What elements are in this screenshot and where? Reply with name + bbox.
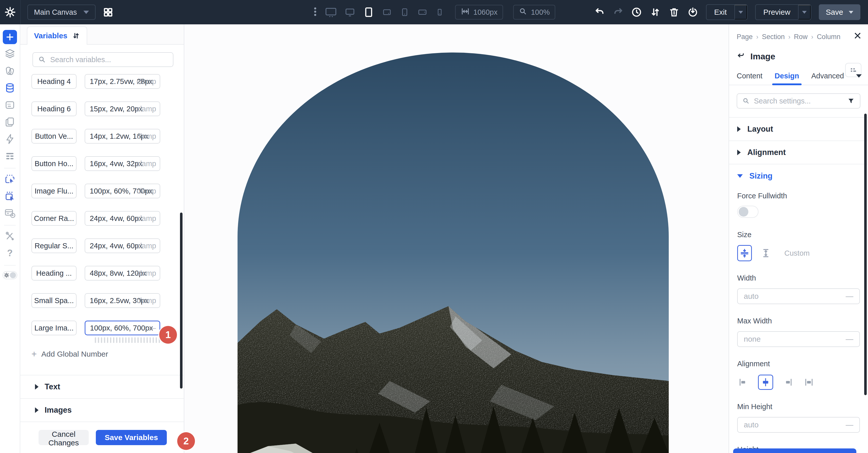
save-button[interactable]: Save — [819, 4, 860, 20]
preview-dropdown-caret[interactable] — [798, 5, 811, 20]
variable-value-field[interactable]: 16px, 4vw, 32pxclamp — [85, 156, 160, 171]
align-center-icon[interactable] — [758, 374, 773, 390]
variable-value-field[interactable]: 48px, 8vw, 120pxclamp — [85, 266, 160, 280]
variable-value-field[interactable]: 14px, 1.2vw, 16pxclamp — [85, 129, 160, 144]
align-stretch-icon[interactable] — [803, 376, 815, 388]
variable-unit-label[interactable]: clamp — [137, 214, 156, 223]
add-block-button[interactable] — [3, 30, 17, 44]
records-icon[interactable] — [3, 206, 17, 220]
breadcrumb-item-row[interactable]: Row — [794, 33, 808, 41]
section-images[interactable]: Images — [20, 399, 184, 422]
close-icon[interactable]: × — [854, 29, 861, 42]
device-phone-small-icon[interactable] — [434, 7, 445, 18]
help-icon[interactable]: ? — [3, 246, 17, 260]
tab-variables[interactable]: Variables — [27, 26, 87, 44]
preview-button[interactable]: Preview — [756, 5, 798, 20]
variables-scrollbar[interactable] — [180, 213, 183, 389]
unit-dash[interactable]: — — [846, 421, 853, 429]
variable-name-field[interactable]: Heading 4 — [31, 74, 76, 89]
inspector-scrollbar[interactable] — [864, 114, 867, 395]
section-text[interactable]: Text — [20, 375, 184, 399]
variable-name-field[interactable]: Small Spa... — [31, 293, 76, 308]
redo-icon[interactable] — [613, 7, 623, 18]
accordion-alignment[interactable]: Alignment — [729, 141, 868, 164]
variable-unit-label[interactable]: clamp — [137, 78, 156, 86]
element-select-icon[interactable] — [3, 189, 17, 203]
size-height-icon[interactable] — [758, 245, 773, 261]
bottom-action-bar[interactable] — [733, 448, 856, 453]
interactions-lightning-icon[interactable] — [3, 132, 17, 146]
undo-icon[interactable] — [594, 7, 605, 18]
builder-mode-toggle[interactable] — [3, 271, 17, 279]
image-block-arch[interactable] — [238, 53, 669, 453]
variable-name-field[interactable]: Heading ... — [31, 266, 76, 280]
pages-copy-icon[interactable] — [3, 115, 17, 129]
trash-icon[interactable] — [669, 7, 680, 18]
variable-value-field[interactable]: 24px, 4vw, 60pxclamp — [85, 238, 160, 253]
add-global-number-button[interactable]: + Add Global Number — [31, 350, 184, 359]
exit-button[interactable]: Exit — [707, 5, 735, 20]
save-variables-button[interactable]: Save Variables — [96, 430, 167, 445]
breadcrumb-item-section[interactable]: Section — [762, 33, 784, 41]
history-clock-icon[interactable] — [631, 7, 642, 18]
device-desktop-large-icon[interactable] — [324, 6, 337, 19]
settings-gear-icon[interactable] — [5, 7, 16, 18]
search-settings-input[interactable]: Search settings... — [737, 93, 860, 109]
device-phone-landscape-icon[interactable] — [416, 6, 428, 18]
component-card-icon[interactable] — [3, 98, 17, 112]
unit-dash[interactable]: — — [846, 335, 853, 343]
canvas-area[interactable] — [184, 24, 728, 453]
variable-name-field[interactable]: Button Ho... — [31, 156, 76, 171]
list-rows-icon[interactable] — [3, 149, 17, 163]
variable-unit-label[interactable]: clamp — [137, 269, 156, 277]
device-phone-portrait-icon[interactable] — [399, 6, 410, 18]
size-custom-label[interactable]: Custom — [784, 249, 810, 258]
variable-value-field[interactable]: 16px, 2.5vw, 30pxclamp — [85, 293, 160, 308]
force-fullwidth-toggle[interactable] — [737, 206, 758, 218]
search-variables-input[interactable]: Search variables... — [32, 52, 174, 67]
viewport-width-field[interactable]: 1060px — [455, 5, 503, 20]
exit-dropdown-caret[interactable] — [735, 5, 747, 20]
tab-design[interactable]: Design — [775, 67, 799, 85]
cancel-changes-button[interactable]: Cancel Changes — [38, 430, 89, 445]
accordion-layout[interactable]: Layout — [729, 118, 868, 141]
filter-funnel-icon[interactable] — [847, 97, 855, 105]
variable-unit-label[interactable]: clamp — [137, 297, 156, 305]
accordion-sizing[interactable]: Sizing — [729, 164, 868, 188]
variable-unit-label[interactable]: clamp — [137, 187, 156, 195]
import-power-icon[interactable] — [687, 7, 699, 18]
variable-name-field[interactable]: Image Flu... — [31, 184, 76, 198]
tab-advanced[interactable]: Advanced — [811, 67, 844, 85]
variable-unit-label[interactable]: clamp — [137, 132, 156, 141]
tools-icon[interactable] — [3, 229, 17, 243]
device-desktop-icon[interactable] — [343, 6, 356, 19]
unit-dash[interactable]: — — [846, 292, 853, 301]
variables-database-icon-active[interactable] — [3, 81, 17, 95]
block-select-icon[interactable] — [3, 172, 17, 186]
breadcrumb-item-page[interactable]: Page — [737, 33, 753, 41]
variable-value-field[interactable]: 100px, 60%, 700pxclamp — [85, 184, 160, 198]
breadcrumb-item-column[interactable]: Column — [817, 33, 840, 41]
sort-arrows-icon[interactable] — [650, 7, 661, 18]
device-tablet-portrait-icon-active[interactable] — [362, 6, 375, 19]
zoom-level-field[interactable]: 100% — [513, 5, 555, 20]
device-tablet-landscape-icon[interactable] — [381, 6, 393, 18]
tab-content[interactable]: Content — [737, 67, 763, 85]
grid-view-icon[interactable] — [103, 7, 113, 18]
variable-unit-label[interactable]: — — [149, 324, 156, 332]
variable-unit-label[interactable]: clamp — [137, 159, 156, 168]
more-tabs-caret-icon[interactable] — [856, 74, 862, 78]
variable-name-field[interactable]: Regular S... — [31, 238, 76, 253]
variable-value-field[interactable]: 24px, 4vw, 60pxclamp — [85, 211, 160, 226]
min-height-input[interactable]: auto — — [737, 417, 860, 433]
variable-value-field[interactable]: 100px, 60%, 700px— — [85, 321, 160, 335]
layers-icon[interactable] — [3, 47, 17, 61]
variable-value-field[interactable]: 17px, 2.75vw, 28pxclamp — [85, 74, 160, 89]
width-input[interactable]: auto — — [737, 289, 860, 304]
variable-name-field[interactable]: Corner Ra... — [31, 211, 76, 226]
align-left-icon[interactable] — [737, 376, 749, 388]
variable-unit-label[interactable]: clamp — [137, 242, 156, 250]
variable-unit-label[interactable]: clamp — [137, 105, 156, 113]
styles-swatches-icon[interactable] — [3, 64, 17, 78]
variable-name-field[interactable]: Heading 6 — [31, 101, 76, 116]
